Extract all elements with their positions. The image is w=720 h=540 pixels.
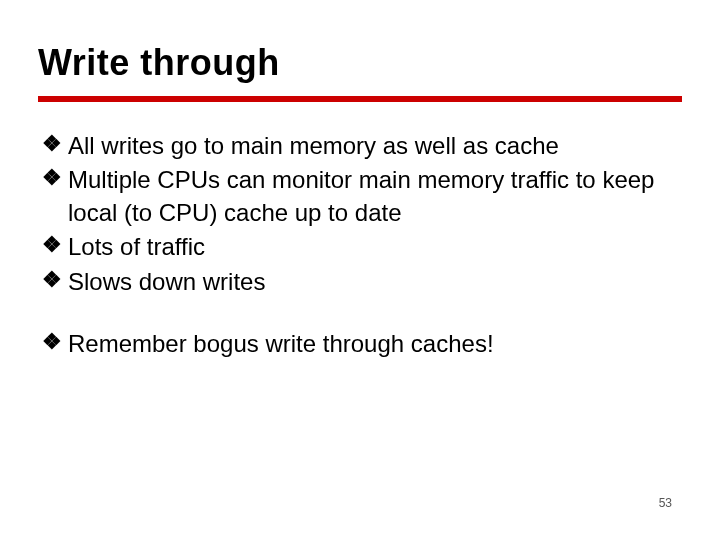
page-number: 53 [659,496,672,510]
bullet-text: Lots of traffic [68,231,682,263]
bullet-marker-icon: ❖ [42,328,62,357]
slide: Write through ❖ All writes go to main me… [0,0,720,540]
slide-title: Write through [38,42,682,84]
bullet-marker-icon: ❖ [42,164,62,193]
bullet-item: ❖ Multiple CPUs can monitor main memory … [42,164,682,229]
bullet-item: ❖ Remember bogus write through caches! [42,328,682,360]
bullet-text: Slows down writes [68,266,682,298]
bullet-text: Remember bogus write through caches! [68,328,682,360]
spacer [42,300,682,328]
bullet-marker-icon: ❖ [42,266,62,295]
bullet-item: ❖ All writes go to main memory as well a… [42,130,682,162]
bullet-item: ❖ Lots of traffic [42,231,682,263]
slide-content: ❖ All writes go to main memory as well a… [38,130,682,360]
bullet-marker-icon: ❖ [42,231,62,260]
bullet-item: ❖ Slows down writes [42,266,682,298]
bullet-text: All writes go to main memory as well as … [68,130,682,162]
bullet-text: Multiple CPUs can monitor main memory tr… [68,164,682,229]
bullet-marker-icon: ❖ [42,130,62,159]
title-divider [38,96,682,102]
